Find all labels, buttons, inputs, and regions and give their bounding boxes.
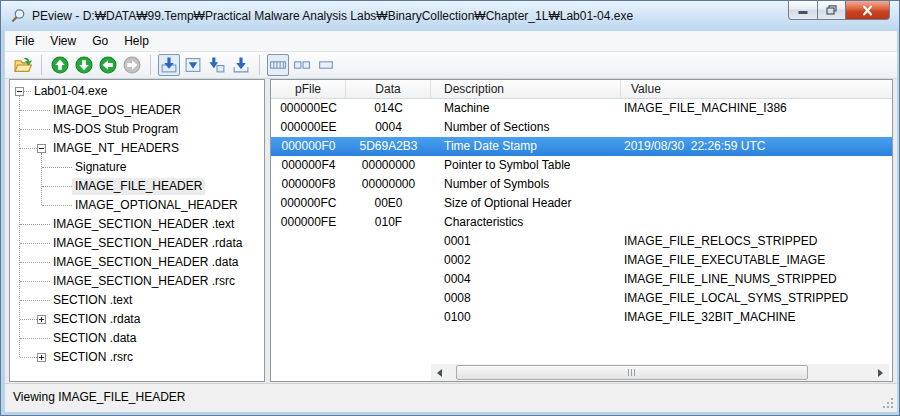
nav-down-icon <box>75 56 93 74</box>
tree-item-ms-dos-stub-program[interactable]: MS-DOS Stub Program <box>50 121 181 138</box>
cell-value: IMAGE_FILE_RELOCS_STRIPPED <box>621 232 892 251</box>
nav-up-icon <box>51 56 69 74</box>
tree-item-section-data[interactable]: SECTION .data <box>50 330 139 347</box>
table-row-machine[interactable]: 000000EC014CMachineIMAGE_FILE_MACHINE_I3… <box>271 99 892 118</box>
nav-back-icon <box>99 56 117 74</box>
cell-description: 0002 <box>431 251 621 270</box>
cell-pfile <box>271 232 346 251</box>
table-row-0004[interactable]: 0004IMAGE_FILE_LINE_NUMS_STRIPPED <box>271 270 892 289</box>
column-header-data[interactable]: Data <box>346 80 431 98</box>
window-controls <box>789 1 890 20</box>
table-row-0100[interactable]: 0100IMAGE_FILE_32BIT_MACHINE <box>271 308 892 327</box>
cell-value <box>621 213 892 232</box>
hscroll-thumb[interactable] <box>456 365 808 380</box>
cell-value <box>621 118 892 137</box>
tree-item-section-text[interactable]: SECTION .text <box>50 292 135 309</box>
view-mode-two-pane-button[interactable] <box>291 54 313 76</box>
tree-connector <box>41 153 42 205</box>
column-header-value[interactable]: Value <box>621 80 892 98</box>
tree-expander-plus-icon[interactable] <box>37 353 46 362</box>
go-down-button[interactable] <box>73 54 95 76</box>
table-row-pointer-to-symbol-table[interactable]: 000000F400000000Pointer to Symbol Table <box>271 156 892 175</box>
table-row-size-of-optional-header[interactable]: 000000FC00E0Size of Optional Header <box>271 194 892 213</box>
open-file-button[interactable] <box>12 54 34 76</box>
segmented-bar-icon <box>269 56 287 74</box>
menu-item-view[interactable]: View <box>42 31 84 51</box>
tree-item-image-section-header-rdata[interactable]: IMAGE_SECTION_HEADER .rdata <box>50 235 245 252</box>
menu-item-go[interactable]: Go <box>84 31 116 51</box>
view-data-small-button[interactable] <box>206 54 228 76</box>
table-header: pFile Data Description Value <box>271 80 892 99</box>
window-title: PEview - D:₩DATA₩99.Temp₩Practical Malwa… <box>32 9 633 23</box>
tree-connector <box>20 338 50 339</box>
tree-item-image-optional-header[interactable]: IMAGE_OPTIONAL_HEADER <box>72 197 241 214</box>
cell-value <box>621 175 892 194</box>
titlebar[interactable]: PEview - D:₩DATA₩99.Temp₩Practical Malwa… <box>1 1 899 31</box>
tree-expander-minus-icon[interactable] <box>37 144 46 153</box>
resize-grip[interactable] <box>882 397 894 409</box>
table-row-number-of-symbols[interactable]: 000000F800000000Number of Symbols <box>271 175 892 194</box>
toolbar-separator <box>150 55 151 75</box>
restore-icon <box>826 5 837 15</box>
close-button[interactable] <box>845 1 890 20</box>
table-row-number-of-sections[interactable]: 000000EE0004Number of Sections <box>271 118 892 137</box>
cell-data <box>346 251 431 270</box>
nav-forward-icon <box>123 56 141 74</box>
column-header-description[interactable]: Description <box>431 80 621 98</box>
tree-item-section-rdata[interactable]: SECTION .rdata <box>50 311 143 328</box>
cell-description: Size of Optional Header <box>431 194 621 213</box>
cell-pfile <box>271 289 346 308</box>
table-row-time-date-stamp[interactable]: 000000F05D69A2B3Time Date Stamp2019/08/3… <box>271 137 892 156</box>
tree-item-section-rsrc[interactable]: SECTION .rsrc <box>50 349 136 366</box>
cell-pfile: 000000FE <box>271 213 346 232</box>
view-data-offsets-button[interactable] <box>158 54 180 76</box>
menu-item-help[interactable]: Help <box>116 31 157 51</box>
tree-connector <box>20 357 37 358</box>
table-row-0008[interactable]: 0008IMAGE_FILE_LOCAL_SYMS_STRIPPED <box>271 289 892 308</box>
tree-item-image-nt-headers[interactable]: IMAGE_NT_HEADERS <box>50 140 182 157</box>
tree-expander-plus-icon[interactable] <box>37 315 46 324</box>
view-data-tray-button[interactable] <box>230 54 252 76</box>
minimize-icon <box>798 6 808 15</box>
cell-data <box>346 308 431 327</box>
restore-button[interactable] <box>817 1 846 20</box>
cell-value: IMAGE_FILE_EXECUTABLE_IMAGE <box>621 251 892 270</box>
minimize-button[interactable] <box>788 1 818 20</box>
table-row-0002[interactable]: 0002IMAGE_FILE_EXECUTABLE_IMAGE <box>271 251 892 270</box>
tree-connector <box>42 186 72 187</box>
tree-item-image-section-header-text[interactable]: IMAGE_SECTION_HEADER .text <box>50 216 237 233</box>
go-up-button[interactable] <box>49 54 71 76</box>
cell-value: 2019/08/30 22:26:59 UTC <box>621 137 892 156</box>
tree-item-image-section-header-rsrc[interactable]: IMAGE_SECTION_HEADER .rsrc <box>50 273 238 290</box>
toolbar <box>5 52 897 79</box>
hscroll-right-button[interactable] <box>872 364 889 381</box>
table-rows: 000000EC014CMachineIMAGE_FILE_MACHINE_I3… <box>271 99 892 327</box>
tree-connector <box>42 205 72 206</box>
tree-item-signature[interactable]: Signature <box>72 159 129 176</box>
cell-pfile: 000000EC <box>271 99 346 118</box>
hscroll-left-button[interactable] <box>431 364 448 381</box>
view-mode-segments-button[interactable] <box>267 54 289 76</box>
view-data-collapsed-button[interactable] <box>182 54 204 76</box>
thumb-grip-icon <box>628 369 636 376</box>
left-arrow-icon <box>437 369 442 377</box>
tree-connector <box>24 91 31 92</box>
go-forward-button <box>121 54 143 76</box>
table-row-0001[interactable]: 0001IMAGE_FILE_RELOCS_STRIPPED <box>271 232 892 251</box>
view-mode-single-button[interactable] <box>315 54 337 76</box>
column-header-pfile[interactable]: pFile <box>271 80 346 98</box>
go-back-button[interactable] <box>97 54 119 76</box>
cell-description: 0100 <box>431 308 621 327</box>
magnifier-app-icon[interactable] <box>10 8 26 24</box>
table-row-characteristics[interactable]: 000000FE010FCharacteristics <box>271 213 892 232</box>
menu-item-file[interactable]: File <box>7 31 42 51</box>
cell-data <box>346 270 431 289</box>
tree-connector <box>20 319 37 320</box>
triangle-down-box-icon <box>184 56 202 74</box>
cell-value: IMAGE_FILE_LOCAL_SYMS_STRIPPED <box>621 289 892 308</box>
tree-item-image-file-header[interactable]: IMAGE_FILE_HEADER <box>72 178 205 195</box>
tree-item-image-dos-header[interactable]: IMAGE_DOS_HEADER <box>50 102 184 119</box>
tree-item-lab01-04-exe[interactable]: Lab01-04.exe <box>31 83 110 100</box>
tree-item-image-section-header-data[interactable]: IMAGE_SECTION_HEADER .data <box>50 254 241 271</box>
tree-expander-minus-icon[interactable] <box>15 87 24 96</box>
